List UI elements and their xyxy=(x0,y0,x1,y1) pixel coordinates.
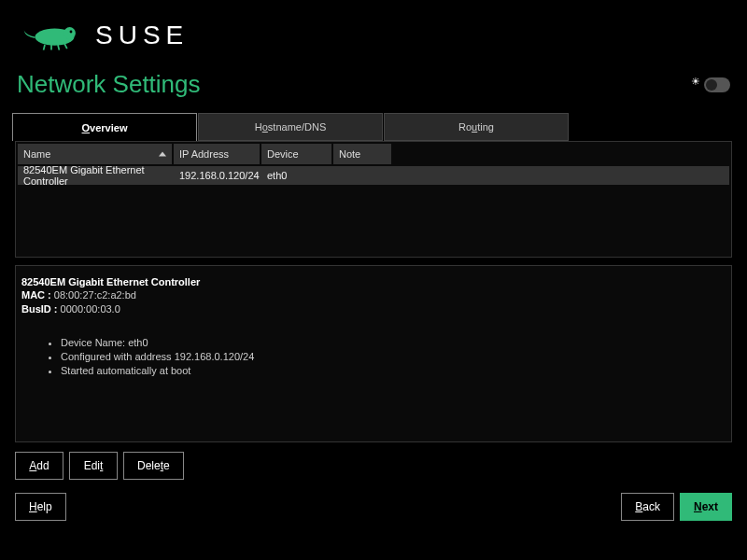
delete-button[interactable]: Delete xyxy=(123,452,184,480)
svg-point-1 xyxy=(63,27,76,39)
cell-name: 82540EM Gigabit Ethernet Controller xyxy=(18,166,172,185)
tab-bar: Overview Hostname/DNS Routing xyxy=(0,113,747,141)
list-item: Started automatically at boot xyxy=(61,364,726,377)
interface-detail: 82540EM Gigabit Ethernet Controller MAC … xyxy=(15,265,732,442)
table-row[interactable]: 82540EM Gigabit Ethernet Controller 192.… xyxy=(18,166,729,185)
column-header-device[interactable]: Device xyxy=(261,144,331,164)
brand-text: SUSE xyxy=(95,21,189,50)
column-header-name[interactable]: Name xyxy=(18,144,172,164)
busid-value: 0000:00:03.0 xyxy=(61,303,120,315)
tab-overview[interactable]: Overview xyxy=(12,113,197,141)
app-header: SUSE xyxy=(0,0,747,70)
help-button[interactable]: Help xyxy=(15,493,66,521)
footer: Help Back Next xyxy=(0,480,747,521)
detail-list: Device Name: eth0 Configured with addres… xyxy=(61,336,726,378)
table-header: Name IP Address Device Note xyxy=(16,142,731,166)
column-header-note[interactable]: Note xyxy=(333,144,391,164)
tab-hostname-dns[interactable]: Hostname/DNS xyxy=(198,113,383,141)
list-item: Configured with address 192.168.0.120/24 xyxy=(61,350,726,363)
next-button[interactable]: Next xyxy=(680,493,732,521)
cell-device: eth0 xyxy=(261,166,331,185)
mac-value: 08:00:27:c2:a2:bd xyxy=(54,289,136,301)
theme-toggle[interactable] xyxy=(704,77,730,92)
edit-button[interactable]: Edit xyxy=(69,452,118,480)
chameleon-icon xyxy=(19,19,84,51)
theme-toggle-knob xyxy=(706,79,717,91)
cell-ip: 192.168.0.120/24 xyxy=(174,166,260,185)
page-title: Network Settings xyxy=(17,70,201,99)
tab-routing[interactable]: Routing xyxy=(384,113,569,141)
add-button[interactable]: Add xyxy=(15,452,63,480)
column-header-ip[interactable]: IP Address xyxy=(174,144,260,164)
back-button[interactable]: Back xyxy=(621,493,674,521)
brand-logo: SUSE xyxy=(19,19,189,51)
detail-title: 82540EM Gigabit Ethernet Controller xyxy=(21,276,200,287)
list-item: Device Name: eth0 xyxy=(61,336,726,349)
cell-note xyxy=(333,166,391,185)
action-buttons: Add Edit Delete xyxy=(0,442,747,480)
busid-label: BusID : xyxy=(21,303,61,315)
svg-point-2 xyxy=(70,31,73,34)
interfaces-table: Name IP Address Device Note 82540EM Giga… xyxy=(15,141,732,258)
mac-label: MAC : xyxy=(21,289,54,301)
